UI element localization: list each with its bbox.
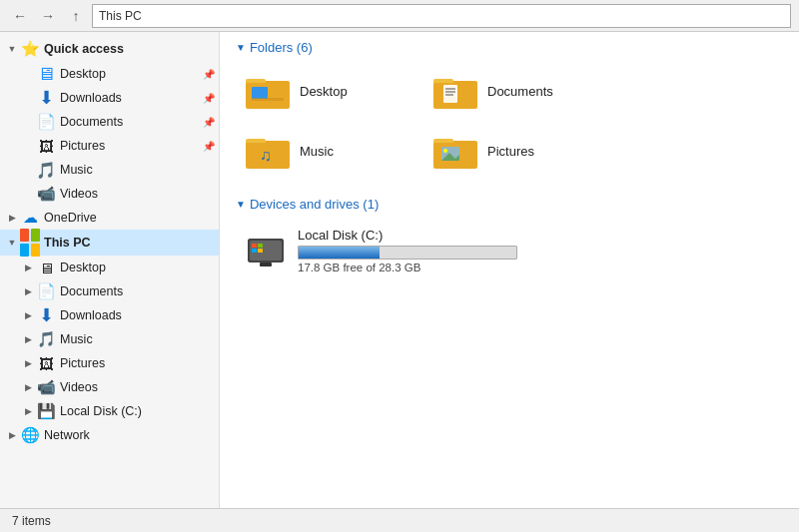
pc-downloads-label: Downloads [60,308,215,322]
folder-icon-music: ♫ [244,131,292,171]
quick-access-icon: ⭐ [20,39,40,59]
toolbar: ← → ↑ This PC [0,0,799,32]
windows-logo [20,229,40,257]
pin-icon-3: 📌 [203,117,215,128]
videos-icon: 📹 [36,184,56,204]
up-button[interactable]: ↑ [64,4,88,28]
sidebar-item-downloads[interactable]: ⬇ Downloads 📌 [0,86,219,110]
sidebar-desktop-label: Desktop [60,67,201,81]
drives-section: ▼ Devices and drives (1) [236,197,783,279]
quick-access-section: ⭐ Quick access 🖥 Desktop 📌 ⬇ Downloads 📌… [0,36,219,206]
desktop-icon: 🖥 [36,64,56,84]
documents-icon: 📄 [36,112,56,132]
svg-text:♫: ♫ [260,147,272,164]
drive-info-c: Local Disk (C:) 17.8 GB free of 28.3 GB [298,228,775,273]
folder-item-pictures[interactable]: Pictures [423,125,595,177]
folder-icon-documents [431,71,479,111]
sidebar-network-label: Network [44,428,215,442]
drive-bar-fill [299,247,380,259]
pc-documents-label: Documents [60,284,215,298]
pc-documents-icon: 📄 [36,281,56,301]
sidebar-item-videos[interactable]: 📹 Videos [0,182,219,206]
svg-rect-28 [258,249,263,253]
breadcrumb-text: This PC [99,9,142,23]
this-pc-arrow [4,235,20,251]
sidebar-item-music[interactable]: 🎵 Music [0,158,219,182]
pc-music-icon: 🎵 [36,329,56,349]
pc-pictures-label: Pictures [60,356,215,370]
sidebar-item-onedrive[interactable]: ☁ OneDrive [0,206,219,230]
svg-rect-29 [260,263,272,266]
pictures-icon: 🖼 [36,136,56,156]
back-button[interactable]: ← [8,4,32,28]
sidebar-item-localdisk[interactable]: 💾 Local Disk (C:) [0,399,219,423]
sidebar-item-music-pc[interactable]: 🎵 Music [0,327,219,351]
onedrive-icon: ☁ [20,208,40,228]
svg-rect-4 [252,98,284,101]
forward-button[interactable]: → [36,4,60,28]
folder-label-music: Music [300,144,334,159]
sidebar-item-documents[interactable]: 📄 Documents 📌 [0,110,219,134]
sidebar-music-label: Music [60,163,215,177]
sidebar-item-pictures-pc[interactable]: 🖼 Pictures [0,351,219,375]
folders-title: ▼ Folders (6) [236,40,783,55]
folders-section: ▼ Folders (6) Desktop [236,40,783,177]
pc-downloads-icon: ⬇ [36,305,56,325]
sidebar-downloads-label: Downloads [60,91,201,105]
drive-bar-bg [298,246,517,260]
quick-access-label: Quick access [44,42,215,56]
sidebar-item-desktop[interactable]: 🖥 Desktop 📌 [0,62,219,86]
win-sq-2 [31,229,40,242]
pc-desktop-label: Desktop [60,261,215,274]
folder-item-documents[interactable]: Documents [423,65,595,117]
folder-item-desktop[interactable]: Desktop [236,65,407,117]
breadcrumb[interactable]: This PC [92,4,791,28]
drive-icon-c [244,231,288,270]
folder-label-desktop: Desktop [300,84,348,99]
folder-item-music[interactable]: ♫ Music [236,125,407,177]
quick-access-header[interactable]: ⭐ Quick access [0,36,219,62]
sidebar-pictures-label: Pictures [60,139,201,153]
drive-name-c: Local Disk (C:) [298,228,775,243]
sidebar-videos-label: Videos [60,187,215,201]
win-sq-3 [20,244,29,257]
sidebar-item-pictures[interactable]: 🖼 Pictures 📌 [0,134,219,158]
drives-title: ▼ Devices and drives (1) [236,197,783,212]
onedrive-arrow [4,210,20,226]
network-icon: 🌐 [20,425,40,445]
drive-space: 17.8 GB free of 28.3 GB [298,262,775,273]
sidebar-item-downloads-pc[interactable]: ⬇ Downloads [0,303,219,327]
drives-chevron: ▼ [236,199,246,210]
svg-rect-3 [252,87,268,99]
sidebar-documents-label: Documents [60,115,201,129]
sidebar: ⭐ Quick access 🖥 Desktop 📌 ⬇ Downloads 📌… [0,32,220,508]
quick-access-arrow [4,41,20,57]
pc-pictures-icon: 🖼 [36,353,56,373]
folder-label-pictures: Pictures [487,144,534,159]
drive-item-c[interactable]: Local Disk (C:) 17.8 GB free of 28.3 GB [236,222,783,279]
svg-point-20 [443,149,447,153]
pin-icon: 📌 [203,69,215,80]
sidebar-item-desktop-pc[interactable]: 🖥 Desktop [0,256,219,279]
this-pc-header[interactable]: This PC [0,230,219,256]
this-pc-icon [20,233,40,253]
sidebar-onedrive-label: OneDrive [44,211,215,225]
music-icon: 🎵 [36,160,56,180]
pc-videos-icon: 📹 [36,377,56,397]
win-sq-4 [31,244,40,257]
folder-label-documents: Documents [487,84,553,99]
this-pc-section: This PC 🖥 Desktop 📄 Documents ⬇ Download… [0,230,219,423]
pin-icon-4: 📌 [203,141,215,152]
folder-icon-desktop [244,71,292,111]
pin-icon-2: 📌 [203,93,215,104]
pc-desktop-icon: 🖥 [36,258,56,277]
downloads-icon: ⬇ [36,88,56,108]
localdisk-label: Local Disk (C:) [60,404,215,418]
content-area: ▼ Folders (6) Desktop [220,32,799,508]
network-arrow [4,427,20,443]
this-pc-label: This PC [44,236,215,250]
sidebar-item-network[interactable]: 🌐 Network [0,423,219,447]
folders-grid: Desktop D [236,65,783,177]
sidebar-item-documents-pc[interactable]: 📄 Documents [0,279,219,303]
sidebar-item-videos-pc[interactable]: 📹 Videos [0,375,219,399]
